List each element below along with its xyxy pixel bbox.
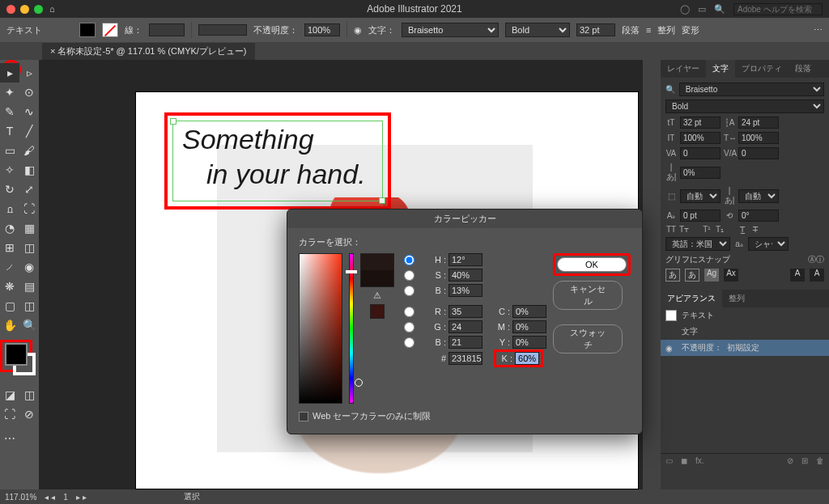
free-transform-tool[interactable]: ⛶ <box>19 199 39 218</box>
color-preview-last[interactable] <box>370 304 385 319</box>
paragraph-label[interactable]: 段落 <box>622 24 640 36</box>
zoom-level[interactable]: 117.01% <box>5 493 36 502</box>
language-select[interactable]: 英語：米国 <box>665 237 730 251</box>
artboard-nav[interactable]: 1 <box>63 493 68 502</box>
screen-mode-icon[interactable]: ⛶ <box>0 404 19 424</box>
hand-tool[interactable]: ✋ <box>0 316 19 335</box>
mesh-tool[interactable]: ⊞ <box>0 238 19 257</box>
underline-icon[interactable]: T̲ <box>737 225 748 234</box>
font-size-input[interactable] <box>576 23 615 36</box>
saturation-value-box[interactable] <box>299 253 342 404</box>
tab-align[interactable]: 整列 <box>722 290 751 307</box>
add-effect-icon[interactable]: fx. <box>695 456 704 465</box>
b-value[interactable]: 13% <box>449 284 483 297</box>
glyph-btn-4[interactable]: Ax <box>724 269 738 282</box>
tab-character[interactable]: 文字 <box>706 60 735 78</box>
fill-swatch[interactable] <box>79 23 96 37</box>
close-icon[interactable] <box>6 5 15 14</box>
width-tool[interactable]: ⩍ <box>0 199 19 218</box>
transform-label[interactable]: 変形 <box>682 24 699 36</box>
font-family-field[interactable]: Braisetto <box>679 83 824 96</box>
graph-tool[interactable]: ▤ <box>19 277 39 296</box>
g-radio[interactable] <box>404 322 414 332</box>
paintbrush-tool[interactable]: 🖌 <box>19 141 39 160</box>
perspective-tool[interactable]: ▦ <box>19 218 39 238</box>
hue-slider[interactable] <box>349 253 354 404</box>
document-tab[interactable]: × 名称未設定-5* @ 117.01 % (CMYK/プレビュー) <box>42 43 255 60</box>
glyph-btn-3[interactable]: Ag <box>704 269 719 282</box>
bb-value[interactable]: 21 <box>449 336 483 349</box>
appearance-row-text[interactable]: テキスト <box>661 307 829 324</box>
glyph-btn-1[interactable]: あ <box>665 269 680 282</box>
baseline-field[interactable] <box>680 210 721 222</box>
snap-info-icon[interactable]: ⓘ <box>816 255 824 264</box>
eraser-tool[interactable]: ◧ <box>19 160 39 180</box>
h-value[interactable]: 12° <box>449 253 483 266</box>
delete-icon[interactable]: 🗑 <box>816 456 824 465</box>
s-radio[interactable] <box>404 270 414 281</box>
r-radio[interactable] <box>404 307 414 317</box>
tab-appearance[interactable]: アピアランス <box>661 290 722 307</box>
font-weight-select[interactable]: Bold <box>505 23 570 37</box>
b-radio[interactable] <box>404 286 414 296</box>
add-fill-icon[interactable]: ◼ <box>681 456 687 465</box>
rotation-field[interactable] <box>738 210 779 222</box>
duplicate-icon[interactable]: ⊞ <box>801 456 808 465</box>
kerning-field[interactable] <box>680 147 721 159</box>
r-value[interactable]: 35 <box>449 305 483 318</box>
none-mode-icon[interactable]: ⊘ <box>19 404 39 424</box>
edit-toolbar-icon[interactable]: ⋯ <box>0 429 19 448</box>
symbol-sprayer-tool[interactable]: ❋ <box>0 277 19 296</box>
hex-value[interactable]: 231815 <box>449 352 483 365</box>
blend-tool[interactable]: ◉ <box>19 257 39 277</box>
gradient-mode-icon[interactable]: ◫ <box>19 385 39 404</box>
eyedropper-tool[interactable]: ⟋ <box>0 257 19 277</box>
user-icon[interactable]: ◯ <box>680 4 690 15</box>
k-value[interactable]: 60% <box>515 352 539 365</box>
gradient-tool[interactable]: ◫ <box>19 238 39 257</box>
aki-field[interactable] <box>680 167 721 179</box>
antialias-select[interactable]: シャープ <box>748 237 789 251</box>
more-icon[interactable]: ⋯ <box>814 25 823 36</box>
direct-selection-tool[interactable]: ▹ <box>19 63 39 83</box>
tracking-field[interactable] <box>738 147 779 159</box>
hscale-field[interactable] <box>738 132 779 144</box>
workspace-icon[interactable]: ▭ <box>698 4 706 15</box>
stroke-style-dropdown[interactable] <box>198 24 247 36</box>
opacity-input[interactable] <box>304 23 340 36</box>
bb-radio[interactable] <box>404 337 414 348</box>
rectangle-tool[interactable]: ▭ <box>0 141 19 160</box>
artboard-tool[interactable]: ▢ <box>0 296 19 316</box>
scale-tool[interactable]: ⤢ <box>19 180 39 199</box>
home-icon[interactable]: ⌂ <box>49 4 55 14</box>
fill-stroke-control[interactable] <box>0 343 39 380</box>
superscript-icon[interactable]: T¹ <box>701 225 712 234</box>
vscale-field[interactable] <box>680 132 721 144</box>
help-search[interactable] <box>733 3 823 15</box>
appearance-row-char[interactable]: 文字 <box>661 324 829 340</box>
c-value[interactable]: 0% <box>512 305 546 318</box>
rotate-tool[interactable]: ↻ <box>0 180 19 199</box>
font-size-field[interactable] <box>680 116 721 129</box>
lasso-tool[interactable]: ⊙ <box>19 83 39 102</box>
warning-icon[interactable]: ⚠ <box>373 290 381 301</box>
maximize-icon[interactable] <box>34 5 43 14</box>
font-family-select[interactable]: Braisetto <box>402 23 499 37</box>
color-mode-icon[interactable]: ◪ <box>0 385 19 404</box>
m-value[interactable]: 0% <box>512 320 546 333</box>
glyph-btn-5[interactable]: A <box>790 269 805 282</box>
right-dock-strip[interactable] <box>643 60 661 489</box>
window-controls[interactable] <box>6 5 43 14</box>
recolor-icon[interactable]: ◉ <box>354 25 362 36</box>
strike-icon[interactable]: T̶ <box>750 225 761 234</box>
shape-builder-tool[interactable]: ◔ <box>0 218 19 238</box>
subscript-icon[interactable]: T₁ <box>714 225 725 234</box>
tab-properties[interactable]: プロパティ <box>735 60 789 78</box>
glyph-btn-6[interactable]: A <box>810 269 824 282</box>
minimize-icon[interactable] <box>20 5 29 14</box>
y-value[interactable]: 0% <box>512 336 546 349</box>
clear-icon[interactable]: ⊘ <box>787 456 793 465</box>
align-label[interactable]: 整列 <box>657 24 675 36</box>
web-safe-checkbox[interactable] <box>299 412 308 421</box>
cancel-button[interactable]: キャンセル <box>553 281 623 310</box>
